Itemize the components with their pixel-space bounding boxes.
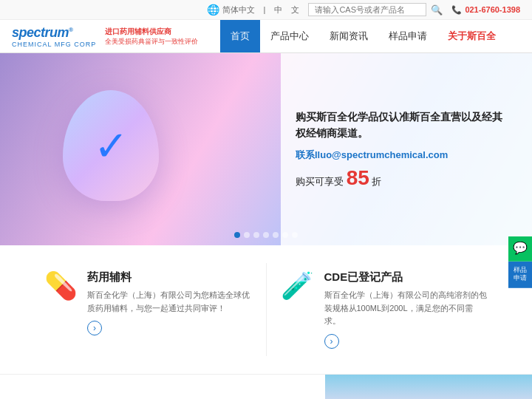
phone-icon: 📞 [451,5,462,15]
nav-item-home[interactable]: 首页 [220,20,260,52]
logo-tagline-2: 全美受损药典甾评与一致性评价 [105,37,198,47]
language-selector[interactable]: 🌐 简体中文 [207,4,255,16]
pharmaceutical-title: 药用辅料 [87,270,251,284]
phone-area: 📞 021-6760-1398 [451,5,520,15]
logo-tagline-1: 进口药用辅料供应商 [105,27,198,37]
cde-content: CDE已登记产品 斯百全化学（上海）有限公司的高纯溶剂的包装规格从100ML到2… [324,270,488,349]
dot-6[interactable] [282,232,288,238]
logo-reg: ® [69,27,72,33]
logo-sub: CHEMICAL MFG CORP [12,41,96,48]
dot-5[interactable] [273,232,279,238]
building-image [325,375,532,399]
hero-title: 购买斯百全化学品仅认准斯百全直营以及经其 权经销商渠道。 [296,109,517,142]
lang-label: 简体中文 [222,4,255,16]
logo-spectrum-text: spectrum® CHEMICAL MFG CORP [12,25,96,48]
hero-email: 联系lluo@spectrumchemical.com [296,149,517,162]
bottom-section: Spectrum Chemical Manufacturing Corp-Chi… [0,374,532,399]
phone-number: 021-6760-1398 [465,5,520,14]
dot-2[interactable] [244,232,250,238]
pharmaceutical-arrow[interactable]: › [87,321,102,335]
logo: spectrum® CHEMICAL MFG CORP 进口药用辅料供应商 全美… [12,25,198,48]
sample-request-button[interactable]: 样品申请 [508,262,532,288]
feature-card-pharmaceutical: 💊 药用辅料 斯百全化学（上海）有限公司为您精选全球优质药用辅料，与您一起通过共… [30,263,267,356]
feature-card-cde: 🧪 CDE已登记产品 斯百全化学（上海）有限公司的高纯溶剂的包装规格从100ML… [267,263,503,356]
hero-image: ✓ [44,75,177,216]
dot-7[interactable] [292,232,298,238]
building-placeholder [325,375,532,399]
main-navigation: spectrum® CHEMICAL MFG CORP 进口药用辅料供应商 全美… [0,20,532,52]
lang-divider: | [264,5,266,14]
cde-icon: 🧪 [282,270,314,301]
lang-en[interactable]: 文 [291,4,299,16]
pharmaceutical-desc: 斯百全化学（上海）有限公司为您精选全球优质药用辅料，与您一起通过共同审评！ [87,289,251,315]
globe-icon: 🌐 [207,4,219,16]
nav-menu: 首页 产品中心 新闻资讯 样品申请 关于斯百全 [220,20,506,52]
hero-banner: ✓ 购买斯百全化学品仅认准斯百全直营以及经其 权经销商渠道。 联系lluo@sp… [0,53,532,245]
search-button[interactable]: 🔍 [431,4,443,16]
pharmaceutical-icon: 💊 [44,270,77,301]
cde-arrow[interactable]: › [324,334,339,349]
wechat-button[interactable]: 💬 [508,236,532,262]
search-area: 🔍 [308,3,443,16]
cde-title: CDE已登记产品 [324,270,488,284]
dot-4[interactable] [263,232,269,238]
feature-cards: 💊 药用辅料 斯百全化学（上海）有限公司为您精选全球优质药用辅料，与您一起通过共… [0,245,532,374]
nav-item-news[interactable]: 新闻资讯 [319,20,378,52]
check-icon: ✓ [94,122,129,170]
right-sidebar: 💬 样品申请 [508,236,532,288]
search-input[interactable] [308,3,426,16]
cde-desc: 斯百全化学（上海）有限公司的高纯溶剂的包装规格从100ML到200L，满足您的不… [324,289,488,328]
pharmaceutical-content: 药用辅料 斯百全化学（上海）有限公司为您精选全球优质药用辅料，与您一起通过共同审… [87,270,251,335]
nav-item-about[interactable]: 关于斯百全 [437,20,506,52]
hero-discount: 购买可享受 85 折 [296,166,517,190]
hero-text-box: 购买斯百全化学品仅认准斯百全直营以及经其 权经销商渠道。 联系lluo@spec… [281,53,532,245]
nav-item-sample[interactable]: 样品申请 [378,20,437,52]
logo-name: spectrum® [12,25,72,40]
dot-1[interactable] [234,232,240,238]
nav-item-products[interactable]: 产品中心 [260,20,319,52]
hero-dots [234,232,298,238]
logo-chinese: 进口药用辅料供应商 全美受损药典甾评与一致性评价 [105,27,198,47]
discount-value: 85 [347,166,369,189]
dot-3[interactable] [253,232,259,238]
shield-3d-object: ✓ [63,90,159,201]
top-bar: 🌐 简体中文 | 中 文 🔍 📞 021-6760-1398 [0,0,532,20]
lang-zh[interactable]: 中 [274,4,282,16]
